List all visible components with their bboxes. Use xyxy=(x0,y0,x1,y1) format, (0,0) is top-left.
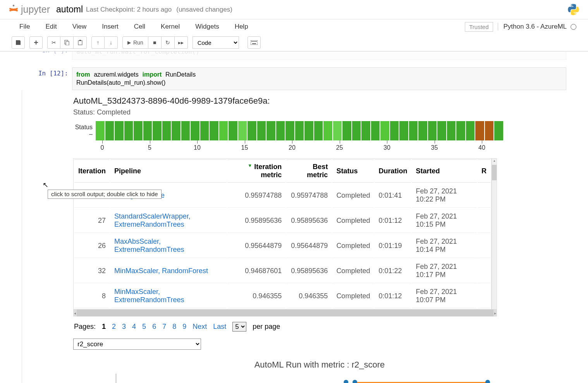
status-bar[interactable] xyxy=(266,121,275,140)
status-bar[interactable] xyxy=(96,121,105,140)
jupyter-logo[interactable]: jupyter xyxy=(8,4,50,15)
status-bar[interactable] xyxy=(162,121,171,140)
table-row[interactable]: 32MinMaxScaler, RandomForest0.946876010.… xyxy=(74,259,490,283)
menu-insert[interactable]: Insert xyxy=(94,21,126,33)
trusted-indicator[interactable]: Trusted xyxy=(465,22,493,32)
status-bar[interactable] xyxy=(219,121,228,140)
status-bar[interactable] xyxy=(371,121,380,140)
copy-button[interactable] xyxy=(60,36,74,49)
page-next[interactable]: Next xyxy=(193,323,207,331)
out-prompt[interactable] xyxy=(22,90,72,383)
page-4[interactable]: 4 xyxy=(132,323,136,331)
pipeline-link[interactable]: StandardScalerWrapper, ExtremeRandomTree… xyxy=(114,212,191,228)
status-bar[interactable] xyxy=(466,121,475,140)
menu-kernel[interactable]: Kernel xyxy=(153,21,187,33)
pipeline-link[interactable]: MaxAbsScaler, ExtremeRandomTrees xyxy=(114,238,184,253)
page-1[interactable]: 1 xyxy=(102,323,106,331)
menu-help[interactable]: Help xyxy=(227,21,256,33)
notebook-area[interactable]: In [ ]: auto_ml_run.wait_for_completion(… xyxy=(0,51,588,383)
status-bar[interactable] xyxy=(428,121,437,140)
menu-view[interactable]: View xyxy=(65,21,95,33)
page-last[interactable]: Last xyxy=(213,323,226,331)
col-pipeline[interactable]: Pipeline xyxy=(110,159,227,183)
status-bar[interactable] xyxy=(447,121,456,140)
col-r-cut[interactable]: R xyxy=(478,159,490,183)
status-bar[interactable] xyxy=(248,121,256,140)
menu-file[interactable]: File xyxy=(12,21,38,33)
status-bar[interactable] xyxy=(314,121,323,140)
col-status[interactable]: Status xyxy=(332,159,374,183)
status-bar[interactable] xyxy=(342,121,351,140)
status-bar[interactable] xyxy=(238,121,247,140)
status-bar[interactable] xyxy=(333,121,342,140)
paste-button[interactable] xyxy=(74,36,87,49)
status-bar[interactable] xyxy=(456,121,465,140)
run-button[interactable]: ▶Run xyxy=(122,36,148,49)
restart-run-all-button[interactable]: ▸▸ xyxy=(175,36,188,49)
status-bar[interactable] xyxy=(191,121,199,140)
command-palette-button[interactable] xyxy=(248,36,261,49)
interrupt-button[interactable]: ■ xyxy=(148,36,162,49)
move-down-button[interactable]: ↓ xyxy=(105,36,118,49)
status-bar[interactable] xyxy=(134,121,143,140)
status-bar[interactable] xyxy=(200,121,209,140)
table-row[interactable]: 27StandardScalerWrapper, ExtremeRandomTr… xyxy=(74,209,490,233)
cell-in12[interactable]: In [12]: from azureml.widgets import Run… xyxy=(22,67,566,91)
status-bar[interactable] xyxy=(285,121,294,140)
page-3[interactable]: 3 xyxy=(122,323,126,331)
status-bar[interactable] xyxy=(304,121,313,140)
page-6[interactable]: 6 xyxy=(152,323,156,331)
table-row[interactable]: 26MaxAbsScaler, ExtremeRandomTrees0.9564… xyxy=(74,234,490,258)
status-bar[interactable] xyxy=(115,121,124,140)
col-duration[interactable]: Duration xyxy=(375,159,411,183)
status-bar[interactable] xyxy=(361,121,370,140)
page-7[interactable]: 7 xyxy=(162,323,166,331)
status-bar[interactable] xyxy=(295,121,304,140)
status-bar[interactable] xyxy=(276,121,285,140)
table-row[interactable]: 8MinMaxScaler, ExtremeRandomTrees0.94635… xyxy=(74,284,490,308)
add-cell-button[interactable]: + xyxy=(29,36,43,49)
status-bar[interactable] xyxy=(475,121,484,140)
status-bar[interactable] xyxy=(143,121,152,140)
metric-select[interactable]: r2_score xyxy=(73,339,201,350)
status-bar[interactable] xyxy=(352,121,361,140)
pipeline-link[interactable]: MinMaxScaler, ExtremeRandomTrees xyxy=(114,288,184,304)
page-9[interactable]: 9 xyxy=(182,323,186,331)
status-bar[interactable] xyxy=(494,121,503,140)
status-bar[interactable] xyxy=(257,121,266,140)
status-bar[interactable] xyxy=(437,121,446,140)
scroll-thumb[interactable] xyxy=(492,165,497,180)
col-iteration[interactable]: Iteration xyxy=(74,159,110,183)
pipeline-link[interactable]: MinMaxScaler, RandomForest xyxy=(114,267,208,275)
col-best-metric[interactable]: Best metric xyxy=(286,159,332,183)
status-bar[interactable] xyxy=(485,121,494,140)
status-bar[interactable] xyxy=(418,121,427,140)
status-bars[interactable] xyxy=(96,121,503,140)
menu-cell[interactable]: Cell xyxy=(126,21,153,33)
cell-type-select[interactable]: Code xyxy=(193,36,239,49)
table-vscroll[interactable]: ▴ xyxy=(492,158,497,309)
page-8[interactable]: 8 xyxy=(172,323,176,331)
status-bar[interactable] xyxy=(390,121,399,140)
status-bar[interactable] xyxy=(153,121,162,140)
perpage-select[interactable]: 5 xyxy=(232,322,246,332)
code-input[interactable]: auto_ml_run.wait_for_completion() xyxy=(72,51,566,60)
status-bar[interactable] xyxy=(323,121,332,140)
cell-partial[interactable]: In [ ]: auto_ml_run.wait_for_completion(… xyxy=(22,51,566,60)
cut-button[interactable]: ✂ xyxy=(47,36,60,49)
status-bar[interactable] xyxy=(380,121,389,140)
page-2[interactable]: 2 xyxy=(112,323,116,331)
status-bar[interactable] xyxy=(105,121,114,140)
menu-widgets[interactable]: Widgets xyxy=(187,21,227,33)
metric-chart[interactable]: 0.95 0.9 xyxy=(116,374,566,383)
menu-edit[interactable]: Edit xyxy=(38,21,64,33)
notebook-name[interactable]: automl xyxy=(56,4,83,15)
save-button[interactable] xyxy=(12,36,25,49)
status-bar[interactable] xyxy=(181,121,190,140)
status-bar[interactable] xyxy=(172,121,181,140)
move-up-button[interactable]: ↑ xyxy=(91,36,105,49)
code-input[interactable]: from azureml.widgets import RunDetails R… xyxy=(72,67,566,91)
status-bar[interactable] xyxy=(399,121,408,140)
page-5[interactable]: 5 xyxy=(142,323,146,331)
table-hscroll[interactable]: ◂▸ xyxy=(73,309,497,316)
